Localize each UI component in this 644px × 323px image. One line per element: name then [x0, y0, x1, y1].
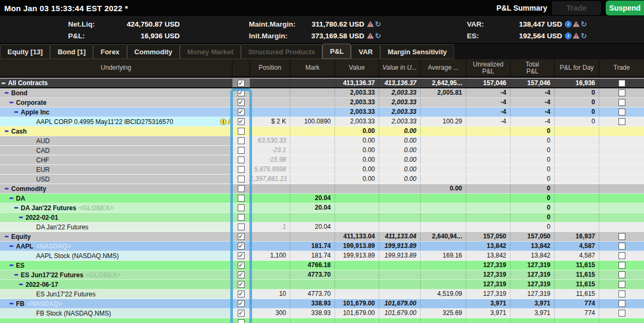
table-row[interactable]: EUR5,675.99980.000.000 — [0, 165, 644, 175]
trade-checkbox[interactable] — [618, 109, 625, 115]
trade-checkbox[interactable] — [618, 99, 625, 106]
refresh-icon[interactable]: ↻ — [375, 21, 381, 28]
table-row[interactable]: Corporate✓2,003.332,003.33-4-40 — [0, 98, 644, 107]
tab-equity-13[interactable]: Equity [13] — [0, 44, 50, 59]
row-select-checkbox[interactable] — [238, 176, 245, 183]
row-select-checkbox[interactable]: ✓ — [238, 300, 245, 307]
row-select-checkbox[interactable]: ✓ — [238, 262, 245, 269]
table-row[interactable]: CAD-23.10.000.000 — [0, 146, 644, 155]
table-row[interactable]: Commodity0.000 — [0, 184, 644, 194]
trade-checkbox[interactable] — [618, 252, 625, 259]
collapse-icon[interactable] — [2, 82, 5, 84]
table-row[interactable]: Bond✓2,003.332,003.332,005.81-4-40 — [0, 88, 644, 98]
row-select-checkbox[interactable] — [238, 319, 245, 323]
collapse-icon[interactable] — [10, 303, 13, 304]
trade-checkbox[interactable] — [618, 118, 625, 125]
row-select-checkbox[interactable]: ✓ — [238, 252, 245, 259]
trade-checkbox[interactable] — [618, 89, 625, 96]
table-row[interactable]: All Contracts✓413,136.37413,136.372,642,… — [0, 79, 644, 88]
trade-checkbox[interactable] — [618, 262, 625, 269]
column-header-underlying[interactable]: Underlying — [0, 59, 232, 77]
tab-bond-1[interactable]: Bond [1] — [50, 44, 93, 59]
table-row[interactable]: Apple Inc✓2,003.332,003.33-4-40 — [0, 107, 644, 117]
row-select-checkbox[interactable]: ✓ — [238, 243, 245, 250]
collapse-icon[interactable] — [5, 188, 9, 189]
row-select-checkbox[interactable] — [238, 128, 245, 135]
refresh-icon[interactable]: ↻ — [581, 32, 587, 39]
column-header-value[interactable]: Value — [335, 59, 379, 77]
table-row[interactable]: AUD63,530.330.000.000 — [0, 136, 644, 146]
row-select-checkbox[interactable] — [238, 214, 245, 221]
table-row[interactable]: FB Stock (NASDAQ.NMS)✓300338.93101,679.0… — [0, 309, 644, 318]
row-select-checkbox[interactable]: ✓ — [238, 118, 245, 125]
collapse-icon[interactable] — [10, 264, 13, 266]
row-select-checkbox[interactable] — [238, 204, 245, 211]
tab-p-l[interactable]: P&L — [322, 44, 351, 59]
row-select-checkbox[interactable] — [238, 223, 245, 230]
column-header-total[interactable]: Total P&L — [511, 59, 555, 77]
info-icon[interactable]: i — [565, 21, 572, 28]
collapse-icon[interactable] — [5, 130, 9, 132]
refresh-icon[interactable]: ↻ — [375, 32, 381, 39]
refresh-icon[interactable]: ↻ — [581, 21, 587, 28]
trade-checkbox[interactable] — [618, 233, 625, 240]
column-header-unrealized[interactable]: Unrealized P&L — [466, 59, 511, 77]
collapse-icon[interactable] — [10, 245, 13, 247]
table-row[interactable]: FB<NASDAQ>✓338.93101,679.00101,679.003,9… — [0, 299, 644, 309]
table-row[interactable]: CHF-15.980.000.000 — [0, 155, 644, 165]
trade-checkbox[interactable] — [618, 80, 625, 87]
row-select-checkbox[interactable]: ✓ — [238, 99, 245, 106]
column-header-trade[interactable]: Trade — [599, 59, 644, 77]
row-select-checkbox[interactable]: ✓ — [238, 271, 245, 278]
suspend-button[interactable]: Suspend — [606, 1, 644, 15]
row-select-checkbox[interactable]: ✓ — [238, 281, 245, 288]
collapse-icon[interactable] — [14, 207, 18, 209]
info-icon[interactable]: i — [565, 32, 572, 39]
row-select-checkbox[interactable]: ✓ — [238, 89, 245, 96]
table-row[interactable]: ES✓4766.18127,319127,31911,615 — [0, 261, 644, 270]
tab-forex[interactable]: Forex — [93, 44, 127, 59]
trade-checkbox[interactable] — [618, 243, 625, 250]
table-row[interactable]: 2022-06-17✓127,319127,31911,615 — [0, 280, 644, 289]
row-select-checkbox[interactable] — [238, 185, 245, 192]
row-select-checkbox[interactable]: ✓ — [238, 310, 245, 317]
trade-checkbox[interactable] — [618, 271, 625, 278]
collapse-icon[interactable] — [19, 217, 23, 218]
collapse-icon[interactable] — [10, 102, 13, 103]
row-select-checkbox[interactable] — [238, 147, 245, 154]
table-row[interactable]: Equity✓411,133.04411,133.042,640,94...15… — [0, 232, 644, 242]
table-row[interactable]: DA Jan'22 Futures<GLOBEX>20.040 — [0, 203, 644, 213]
collapse-icon[interactable] — [5, 236, 9, 237]
column-header-average[interactable]: Average ... — [421, 59, 466, 77]
collapse-icon[interactable] — [19, 284, 23, 285]
trade-checkbox[interactable] — [618, 281, 625, 288]
trade-checkbox[interactable] — [618, 300, 625, 307]
column-header-mark[interactable]: Mark — [290, 59, 335, 77]
table-row[interactable]: ES Jun17'22 Futures<GLOBEX>✓4773.70127,3… — [0, 270, 644, 280]
row-select-checkbox[interactable]: ✓ — [238, 109, 245, 115]
column-header-position[interactable]: Position — [250, 59, 290, 77]
tab-margin-sensitivity[interactable]: Margin Sensitivity — [380, 44, 454, 59]
table-row[interactable]: ES Jun17'22 Futures✓104773.704,519.09127… — [0, 289, 644, 299]
table-row[interactable]: AAPL CORP 0.4995 May11'22 IBCID275316570… — [0, 117, 644, 127]
collapse-icon[interactable] — [14, 111, 18, 113]
tab-var[interactable]: VAR — [351, 44, 380, 59]
row-select-checkbox[interactable] — [238, 166, 245, 173]
trade-checkbox[interactable] — [618, 291, 625, 297]
row-select-checkbox[interactable] — [238, 156, 245, 163]
tab-commodity[interactable]: Commodity — [127, 44, 180, 59]
table-row[interactable]: USD1,397,881.210.000.000 — [0, 175, 644, 184]
collapse-icon[interactable] — [10, 197, 13, 199]
trade-button[interactable]: Trade — [552, 1, 601, 15]
collapse-icon[interactable] — [14, 274, 18, 276]
row-select-checkbox[interactable] — [238, 195, 245, 202]
table-row[interactable]: 2022-02-010 — [0, 213, 644, 222]
table-row[interactable]: DA Jan'22 Futures120.040 — [0, 222, 644, 232]
table-row[interactable]: DA20.040 — [0, 194, 644, 203]
column-header-day[interactable]: P&L for Day — [555, 59, 599, 77]
table-row[interactable]: AAPL<NASDAQ>✓181.74199,913.89199,913.891… — [0, 242, 644, 251]
row-select-checkbox[interactable] — [238, 137, 245, 144]
collapse-icon[interactable] — [5, 92, 9, 94]
column-header-select[interactable] — [232, 59, 250, 77]
row-select-checkbox[interactable]: ✓ — [238, 80, 245, 87]
